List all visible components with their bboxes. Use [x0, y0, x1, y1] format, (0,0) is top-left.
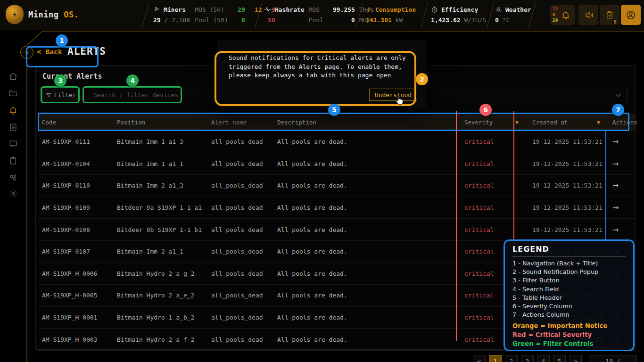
sidebar-item-reports[interactable]: [8, 123, 18, 132]
cell-created-at: 19-12-2025 11:53:21: [523, 131, 606, 153]
cell-alert-name: all_pools_dead: [208, 153, 273, 175]
legend-item: 7 - Actions Column: [512, 311, 626, 319]
pool-scope-label: Pool (50): [195, 16, 228, 24]
pool-ok-count: 0: [233, 16, 245, 24]
hashrate-pool-value: 0: [328, 16, 355, 24]
page-button-1[interactable]: 1: [489, 355, 502, 362]
weather-unit: °C: [503, 16, 510, 24]
row-action-arrow-button[interactable]: →: [606, 219, 636, 240]
page-button-3[interactable]: 3: [521, 355, 534, 362]
cell-alert-name: all_pools_dead: [208, 307, 273, 329]
weather-value: 0: [495, 16, 499, 24]
page-button-5[interactable]: 5: [553, 355, 566, 362]
notifications-button[interactable]: 12 8 29: [550, 5, 575, 25]
column-header-description[interactable]: Description: [273, 114, 457, 131]
cell-position: Bitmain Hydro 2 a_g_2: [114, 263, 208, 285]
miners-current: 29: [153, 16, 161, 24]
cell-code: AM-S19XP-0108: [38, 219, 114, 240]
count-critical: 12: [553, 6, 558, 12]
sidebar-item-integrations[interactable]: [8, 173, 18, 182]
sidebar-item-messages[interactable]: [8, 139, 18, 148]
row-action-arrow-button[interactable]: →: [606, 153, 636, 175]
column-header-severity[interactable]: Severity ▼: [457, 114, 523, 131]
cell-position: Bitmain Hydro 2 a_e_2: [114, 285, 208, 306]
cell-description: All pools are dead.: [273, 285, 457, 306]
row-action-arrow-button[interactable]: →: [606, 131, 636, 153]
cell-created-at: 19-12-2025 11:53:21: [523, 153, 606, 175]
sidebar-item-settings[interactable]: [8, 189, 18, 198]
back-button[interactable]: < Back: [37, 47, 62, 56]
hashrate-title: Hashrate: [264, 6, 305, 13]
cell-description: All pools are dead.: [273, 263, 457, 285]
sidebar-item-home[interactable]: [8, 72, 18, 81]
column-header-alert-name[interactable]: Alert name: [208, 114, 273, 131]
sort-desc-icon[interactable]: ▼: [597, 120, 600, 125]
sidebar-item-tasks[interactable]: [8, 156, 18, 165]
miners-stat-block: Miners MOS (50) 29 12 9 29 / 2,186 Pool …: [153, 4, 275, 25]
cell-position: Bitmain Imm 1 a1_1: [114, 153, 208, 175]
cell-description: All pools are dead.: [273, 241, 457, 263]
cell-position: Bitdeer 9b S19XP 1-1_b1: [114, 219, 208, 240]
sound-notification-popup: Sound notifications for Critical alerts …: [217, 41, 427, 108]
sidebar-expand-button[interactable]: >: [20, 46, 33, 59]
column-header-actions: Actions: [606, 114, 636, 131]
brand-accent: OS.: [64, 10, 79, 19]
cell-position: Bitmain Imm 1 a1_3: [114, 131, 208, 153]
page-size-select[interactable]: 10 /: [589, 355, 637, 362]
created-header-label: Created at: [532, 119, 568, 126]
filter-button[interactable]: Filter: [42, 88, 79, 102]
row-action-arrow-button[interactable]: →: [606, 197, 636, 219]
understood-button[interactable]: Understood: [369, 89, 417, 101]
filter-label: Filter: [54, 91, 76, 99]
page-button-4[interactable]: 4: [537, 355, 550, 362]
cell-description: All pools are dead.: [273, 197, 457, 219]
legend-item: 5 - Table Header: [512, 294, 626, 302]
weather-value-row: 0 °C: [495, 16, 531, 24]
weather-stat-block: Weather 0 °C: [495, 4, 531, 25]
brand-primary: Mining: [28, 10, 58, 19]
consumption-value: 141.301: [366, 16, 392, 24]
column-header-created-at[interactable]: Created at ▼: [523, 114, 606, 131]
column-header-code[interactable]: Code: [38, 114, 114, 131]
legend-panel: LEGEND 1 - Navigation (Back + Title)2 - …: [504, 239, 635, 351]
pagination-bar: <12345>10 /: [473, 355, 637, 362]
clipboard-check-icon: [605, 10, 614, 20]
column-header-position[interactable]: Position: [114, 114, 208, 131]
chevron-down-icon[interactable]: [615, 93, 621, 97]
tasks-badge: 8: [612, 19, 618, 25]
app-logo[interactable]: Mining OS.: [6, 5, 79, 24]
miners-total: 29 / 2,186: [153, 16, 190, 24]
back-label: Back: [46, 48, 62, 56]
user-profile-icon: [626, 10, 636, 20]
legend-item: 2 - Sound Notification Popup: [512, 268, 626, 276]
profile-button[interactable]: [621, 5, 641, 25]
cell-code: AM-S19XP-0111: [38, 131, 114, 153]
cell-code: AM-S19XP_H-0001: [38, 307, 114, 329]
efficiency-title: Efficiency: [431, 6, 486, 13]
cell-code: AM-S19XP-0104: [38, 153, 114, 175]
sort-desc-icon[interactable]: ▼: [515, 120, 519, 125]
page-next-button[interactable]: >: [569, 355, 582, 362]
tasks-button[interactable]: 8: [600, 5, 619, 25]
page-prev-button[interactable]: <: [473, 355, 486, 362]
cell-alert-name: all_pools_dead: [208, 241, 273, 263]
header-divider: [487, 2, 495, 28]
cell-code: AM-S19XP-0109: [38, 197, 114, 219]
popup-message: Sound notifications for Critical alerts …: [229, 54, 415, 80]
sidebar-item-alerts[interactable]: [8, 106, 18, 115]
legend-item: 4 - Search Field: [512, 285, 626, 294]
hashrate-icon: [264, 6, 272, 13]
cell-code: AM-S19XP-0107: [38, 241, 114, 263]
legend-item: 3 - Filter Button: [512, 276, 626, 285]
sidebar-item-folders[interactable]: [8, 89, 18, 98]
efficiency-unit: W/TH/S: [464, 16, 486, 24]
miners-warn-count: 12: [250, 6, 262, 13]
efficiency-label: Efficiency: [441, 6, 478, 13]
legend-title: LEGEND: [512, 245, 626, 254]
miners-icon: [153, 6, 160, 13]
sound-button[interactable]: [578, 5, 598, 25]
table-header-row: Code Position Alert name Description Sev…: [38, 114, 636, 131]
row-action-arrow-button[interactable]: →: [606, 175, 636, 197]
cell-alert-name: all_pools_dead: [208, 219, 273, 240]
page-button-2[interactable]: 2: [505, 355, 518, 362]
